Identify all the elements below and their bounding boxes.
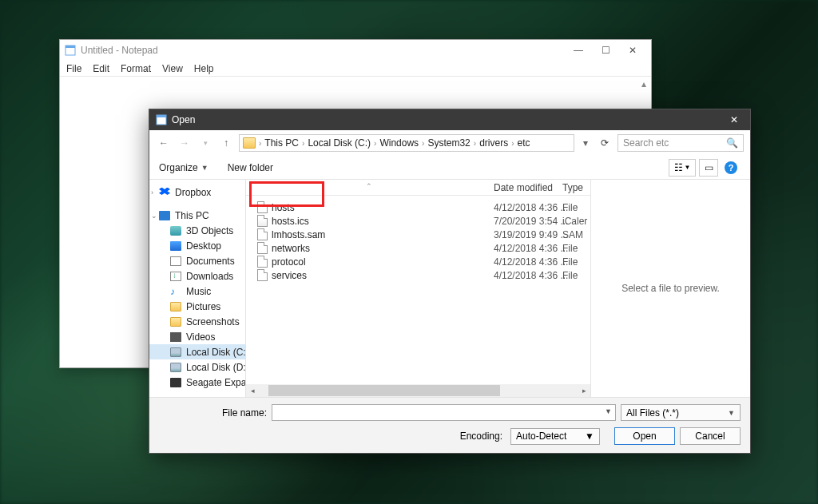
- sidebar-item-dropbox[interactable]: ›Dropbox: [149, 185, 245, 200]
- chevron-right-icon: ›: [422, 139, 424, 148]
- file-type: File: [562, 202, 578, 213]
- help-button[interactable]: ?: [721, 159, 741, 177]
- chevron-down-icon[interactable]: ▼: [605, 407, 612, 415]
- horizontal-scrollbar[interactable]: ◂ ▸: [246, 384, 590, 397]
- scroll-up-icon[interactable]: ▴: [638, 78, 649, 89]
- file-name: networks: [272, 243, 310, 254]
- menu-help[interactable]: Help: [194, 63, 214, 74]
- file-row-protocol[interactable]: protocol4/12/2018 4:36 ...File: [246, 255, 590, 268]
- sidebar-item-label: Dropbox: [175, 187, 211, 198]
- sidebar-item-pictures[interactable]: Pictures: [149, 299, 245, 314]
- crumb-c[interactable]: Local Disk (C:): [308, 137, 371, 149]
- scroll-right-icon[interactable]: ▸: [578, 384, 590, 397]
- pictures-icon: [170, 302, 181, 312]
- desktop-icon: [170, 241, 181, 251]
- chevron-right-icon: ›: [151, 189, 157, 196]
- menu-edit[interactable]: Edit: [93, 63, 109, 74]
- sidebar-item-label: Screenshots: [186, 316, 240, 327]
- breadcrumb-dropdown-icon[interactable]: ▾: [579, 137, 592, 149]
- back-button[interactable]: ←: [156, 137, 172, 149]
- documents-icon: [170, 256, 181, 266]
- crumb-thispc[interactable]: This PC: [264, 137, 299, 149]
- file-type: SAM: [562, 229, 583, 240]
- sidebar-item-documents[interactable]: Documents: [149, 253, 245, 268]
- sidebar-item-seagate[interactable]: Seagate Expansion: [149, 375, 245, 390]
- file-row-lmhosts[interactable]: lmhosts.sam3/19/2019 9:49 ...SAM: [246, 228, 590, 241]
- drive-icon: [170, 363, 181, 372]
- crumb-etc[interactable]: etc: [518, 137, 530, 149]
- breadcrumb[interactable]: › This PC › Local Disk (C:) › Windows › …: [239, 134, 574, 152]
- file-list[interactable]: ⌃ Date modified Type hosts4/12/2018 4:36…: [246, 180, 590, 397]
- sidebar-item-screenshots[interactable]: Screenshots: [149, 314, 245, 329]
- forward-button[interactable]: →: [177, 137, 193, 149]
- maximize-button[interactable]: ☐: [592, 40, 619, 61]
- toolbar: Organize ▼ New folder ☷ ▼ ▭ ?: [149, 156, 750, 180]
- folder-icon: [170, 317, 181, 327]
- file-row-networks[interactable]: networks4/12/2018 4:36 ...File: [246, 241, 590, 255]
- menu-format[interactable]: Format: [121, 63, 151, 74]
- menu-view[interactable]: View: [162, 63, 183, 74]
- file-row-hosts[interactable]: hosts4/12/2018 4:36 ...File: [246, 200, 590, 214]
- music-icon: ♪: [170, 287, 181, 296]
- preview-pane-icon: ▭: [705, 162, 713, 173]
- scrollbar-thumb[interactable]: [268, 385, 500, 396]
- crumb-windows[interactable]: Windows: [379, 137, 419, 149]
- downloads-icon: [170, 272, 181, 281]
- notepad-title: Untitled - Notepad: [81, 45, 565, 56]
- notepad-titlebar[interactable]: Untitled - Notepad ― ☐ ✕: [60, 40, 651, 61]
- crumb-system32[interactable]: System32: [427, 137, 470, 149]
- drive-icon: [170, 378, 181, 387]
- sidebar-item-local-disk-d[interactable]: Local Disk (D:): [149, 359, 245, 375]
- file-date: 7/20/2019 3:54 ...: [494, 216, 568, 227]
- nav-bar: ← → ▾ ↑ › This PC › Local Disk (C:) › Wi…: [149, 130, 750, 156]
- minimize-button[interactable]: ―: [565, 40, 592, 61]
- new-folder-button[interactable]: New folder: [228, 162, 273, 173]
- sidebar-item-local-disk-c[interactable]: Local Disk (C:): [149, 344, 245, 359]
- search-input[interactable]: Search etc 🔍: [617, 134, 744, 152]
- chevron-right-icon: ›: [259, 139, 261, 148]
- preview-pane-button[interactable]: ▭: [699, 159, 718, 177]
- view-options-button[interactable]: ☷ ▼: [669, 159, 696, 177]
- organize-label: Organize: [159, 162, 198, 173]
- dialog-titlebar[interactable]: Open ✕: [149, 109, 750, 130]
- sidebar-item-label: Downloads: [186, 271, 233, 282]
- filename-input[interactable]: ▼: [272, 404, 616, 421]
- sidebar-item-videos[interactable]: Videos: [149, 329, 245, 344]
- dialog-close-button[interactable]: ✕: [718, 109, 750, 130]
- videos-icon: [170, 332, 181, 342]
- column-headers[interactable]: ⌃ Date modified Type: [246, 180, 590, 196]
- preview-message: Select a file to preview.: [621, 283, 720, 294]
- 3dobjects-icon: [170, 226, 181, 236]
- file-row-hosts-ics[interactable]: hosts.ics7/20/2019 3:54 ...iCaler: [246, 214, 590, 228]
- open-button[interactable]: Open: [614, 427, 675, 445]
- notepad-icon: [156, 114, 167, 125]
- file-date: 4/12/2018 4:36 ...: [494, 256, 568, 268]
- crumb-drivers[interactable]: drivers: [479, 137, 508, 149]
- sidebar-item-label: 3D Objects: [186, 225, 233, 236]
- sidebar-item-desktop[interactable]: Desktop: [149, 238, 245, 253]
- chevron-down-icon: ▼: [585, 431, 594, 442]
- scroll-left-icon[interactable]: ◂: [246, 384, 259, 397]
- encoding-select[interactable]: Auto-Detect ▼: [510, 428, 600, 445]
- up-button[interactable]: ↑: [218, 137, 234, 149]
- file-row-services[interactable]: services4/12/2018 4:36 ...File: [246, 268, 590, 282]
- sidebar-item-downloads[interactable]: Downloads: [149, 268, 245, 284]
- view-icon: ☷: [674, 162, 683, 173]
- sidebar-item-3dobjects[interactable]: 3D Objects: [149, 223, 245, 238]
- sidebar-item-label: Desktop: [186, 240, 221, 252]
- refresh-button[interactable]: ⟳: [597, 137, 613, 149]
- file-type-filter[interactable]: All Files (*.*) ▼: [621, 404, 741, 421]
- cancel-button[interactable]: Cancel: [680, 427, 741, 445]
- organize-button[interactable]: Organize ▼: [159, 162, 208, 173]
- column-type[interactable]: Type: [562, 182, 583, 193]
- close-button[interactable]: ✕: [619, 40, 646, 61]
- history-dropdown-icon[interactable]: ▾: [197, 139, 213, 147]
- file-date: 4/12/2018 4:36 ...: [494, 243, 568, 254]
- encoding-value: Auto-Detect: [516, 431, 566, 442]
- menu-file[interactable]: File: [66, 63, 81, 74]
- sidebar-item-thispc[interactable]: ⌄This PC: [149, 208, 245, 223]
- folder-icon: [243, 137, 256, 149]
- file-icon: [257, 228, 268, 240]
- column-date[interactable]: Date modified: [494, 182, 553, 193]
- sidebar-item-music[interactable]: ♪Music: [149, 284, 245, 299]
